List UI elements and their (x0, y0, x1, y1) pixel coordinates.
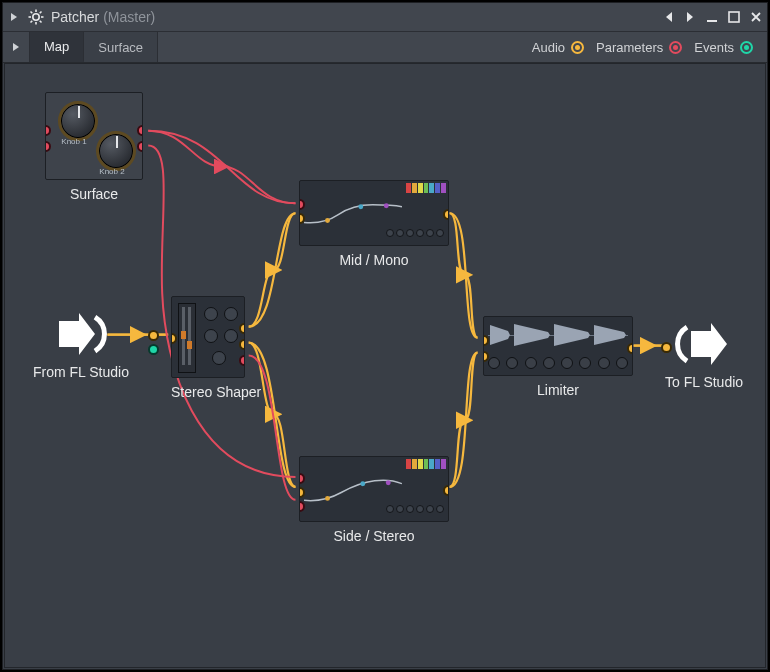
svg-point-16 (386, 480, 391, 485)
surface-out-param-1[interactable] (137, 125, 143, 136)
svg-rect-10 (729, 12, 739, 22)
from-out-event[interactable] (148, 344, 159, 355)
svg-rect-9 (707, 20, 717, 22)
tab-surface-label: Surface (98, 40, 143, 55)
side-out-audio[interactable] (443, 485, 449, 496)
legend-events-swatch (740, 41, 753, 54)
node-from-label: From FL Studio (33, 364, 129, 380)
node-shaper-label: Stereo Shaper (171, 384, 261, 400)
svg-point-14 (325, 496, 330, 501)
patcher-menu-arrow[interactable] (3, 32, 30, 62)
legend-audio-label: Audio (532, 40, 565, 55)
node-to-fl-studio[interactable]: To FL Studio (661, 320, 743, 390)
titlebar: Patcher (Master) (3, 3, 767, 32)
window-title: Patcher (Master) (47, 9, 155, 25)
node-to-label: To FL Studio (665, 374, 743, 390)
preset-next-icon[interactable] (679, 6, 701, 28)
shaper-out-audio-1[interactable] (239, 323, 245, 334)
node-limiter[interactable]: Limiter (483, 316, 633, 398)
preset-prev-icon[interactable] (657, 6, 679, 28)
node-mid-label: Mid / Mono (299, 252, 449, 268)
svg-line-7 (40, 12, 42, 14)
maximize-icon[interactable] (723, 6, 745, 28)
svg-point-11 (325, 218, 330, 223)
shaper-in-audio[interactable] (171, 333, 177, 344)
plugin-name: Patcher (51, 9, 99, 25)
gear-icon[interactable] (25, 6, 47, 28)
tabs: Map Surface (30, 32, 158, 62)
surface-in-param-1[interactable] (45, 125, 51, 136)
legend-parameters-label: Parameters (596, 40, 663, 55)
svg-point-0 (33, 14, 39, 20)
svg-line-8 (31, 21, 33, 23)
node-limiter-label: Limiter (483, 382, 633, 398)
patcher-window: Patcher (Master) Map Surface (2, 2, 768, 670)
tab-surface[interactable]: Surface (84, 32, 158, 62)
legend-audio-swatch (571, 41, 584, 54)
svg-point-13 (384, 203, 389, 208)
to-in-audio[interactable] (661, 342, 672, 353)
surface-out-param-2[interactable] (137, 141, 143, 152)
mid-out-audio[interactable] (443, 209, 449, 220)
svg-line-5 (31, 12, 33, 14)
node-side-stereo[interactable]: Side / Stereo (299, 456, 449, 544)
surface-in-param-2[interactable] (45, 141, 51, 152)
tab-map[interactable]: Map (30, 32, 84, 62)
close-icon[interactable] (745, 6, 767, 28)
svg-point-15 (360, 481, 365, 486)
tab-map-label: Map (44, 39, 69, 54)
plugin-menu-arrow[interactable] (3, 6, 25, 28)
surface-knob1-label: Knob 1 (54, 137, 94, 146)
node-surface-label: Surface (45, 186, 143, 202)
svg-point-12 (358, 204, 363, 209)
patcher-canvas[interactable]: Knob 1 Knob 2 Surface From (4, 63, 766, 668)
node-mid-mono[interactable]: Mid / Mono (299, 180, 449, 268)
legend-events-label: Events (694, 40, 734, 55)
node-surface[interactable]: Knob 1 Knob 2 Surface (45, 92, 143, 202)
legend-parameters-swatch (669, 41, 682, 54)
legend: Audio Parameters Events (526, 32, 767, 62)
node-from-fl-studio[interactable]: From FL Studio (33, 310, 129, 380)
node-stereo-shaper[interactable]: Stereo Shaper (171, 296, 261, 400)
node-side-label: Side / Stereo (299, 528, 449, 544)
from-out-audio[interactable] (148, 330, 159, 341)
minimize-icon[interactable] (701, 6, 723, 28)
limiter-out-audio[interactable] (627, 343, 633, 354)
svg-line-6 (40, 21, 42, 23)
shaper-out-param[interactable] (239, 355, 245, 366)
plugin-context: (Master) (103, 9, 155, 25)
surface-knob2-label: Knob 2 (92, 167, 132, 176)
toolbar: Map Surface Audio Parameters Events (3, 32, 767, 63)
shaper-out-audio-2[interactable] (239, 339, 245, 350)
